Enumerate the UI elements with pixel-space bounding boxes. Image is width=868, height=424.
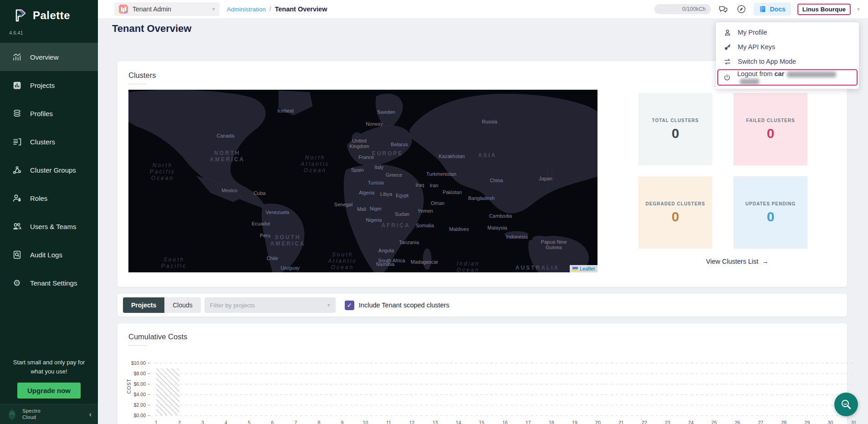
x-tick-label: 23 xyxy=(665,420,670,424)
user-chevron-down-icon[interactable]: ▾ xyxy=(857,6,860,12)
x-tick-label: 22 xyxy=(642,420,647,424)
sidebar-footer: Spectro Cloud ‹ xyxy=(0,404,98,424)
scope-selector[interactable]: Tenant Admin ▾ xyxy=(114,2,220,16)
stat-value: 0 xyxy=(767,126,775,141)
title-divider xyxy=(128,84,147,84)
x-tick-label: 17 xyxy=(526,420,531,424)
title-divider xyxy=(128,345,147,346)
arrow-right-icon: → xyxy=(762,258,769,265)
no-data-hatched-region xyxy=(156,368,179,416)
spectro-cloud-logo-icon xyxy=(6,409,18,420)
y-tick-label: $2.00 xyxy=(122,402,150,408)
ukraine-flag-icon xyxy=(572,267,578,271)
app-logo[interactable]: Palette xyxy=(0,0,98,24)
scope-label: Tenant Admin xyxy=(133,5,208,13)
filter-by-projects-select[interactable]: Filter by projects ▾ xyxy=(204,297,336,313)
x-tick-label: 29 xyxy=(805,420,810,424)
upgrade-now-button[interactable]: Upgrade now xyxy=(17,383,81,398)
filter-bar: ProjectsClouds Filter by projects ▾ ✓ In… xyxy=(117,294,847,317)
menu-item-label: My Profile xyxy=(738,29,767,36)
y-tick-label: $10.00 xyxy=(122,360,150,366)
book-icon xyxy=(759,5,766,13)
stat-label: DEGRADED CLUSTERS xyxy=(639,200,712,207)
x-tick-label: 21 xyxy=(618,420,624,424)
stat-label: UPDATES PENDING xyxy=(739,200,802,207)
view-clusters-list-link[interactable]: View Clusters List→ xyxy=(638,258,836,265)
clusters-icon xyxy=(12,137,22,147)
gridline xyxy=(155,394,855,395)
palette-logo-icon xyxy=(12,7,28,24)
clusters-world-map[interactable]: IcelandCanadaSwedenNorwayUnited KingdomR… xyxy=(128,90,597,272)
menu-item-my-api-keys[interactable]: My API Keys xyxy=(716,40,859,54)
tenant-settings-icon: ⚙ xyxy=(12,278,22,288)
audit-logs-icon xyxy=(12,250,22,260)
tab-clouds[interactable]: Clouds xyxy=(164,297,201,313)
feedback-chat-icon[interactable] xyxy=(717,3,729,15)
scope-tabs: ProjectsClouds xyxy=(123,297,201,313)
redacted-text xyxy=(787,72,836,77)
breadcrumb-administration-link[interactable]: Administration xyxy=(227,6,266,13)
x-tick-label: 19 xyxy=(572,420,577,424)
include-tenant-scoped-checkbox[interactable]: ✓ xyxy=(345,301,354,310)
y-tick-label: $8.00 xyxy=(122,371,150,376)
x-tick-label: 12 xyxy=(409,420,415,424)
menu-item-switch-to-app-mode[interactable]: Switch to App Mode xyxy=(716,54,859,69)
x-tick-label: 31 xyxy=(851,420,857,424)
usage-meter[interactable]: 0/100kCh xyxy=(654,4,711,14)
stat-label: TOTAL CLUSTERS xyxy=(646,117,705,124)
topbar-actions: 0/100kCh Docs Linus Bourque ▾ xyxy=(654,3,868,15)
sidebar-nav: OverviewProjectsProfilesClustersCluster … xyxy=(0,43,98,297)
app-name: Palette xyxy=(33,9,70,22)
support-search-fab[interactable] xyxy=(834,393,858,416)
roles-icon xyxy=(12,193,22,203)
x-tick-label: 28 xyxy=(781,420,787,424)
x-tick-label: 2 xyxy=(178,420,181,424)
breadcrumb: Administration / Tenant Overview xyxy=(227,5,327,13)
gridline xyxy=(155,415,855,416)
stat-value: 0 xyxy=(672,126,679,141)
tenant-admin-icon xyxy=(119,5,128,14)
stat-card-degraded-clusters: DEGRADED CLUSTERS0 xyxy=(638,176,712,249)
x-tick-label: 25 xyxy=(711,420,717,424)
user-icon xyxy=(723,28,731,36)
x-tick-label: 11 xyxy=(386,420,391,424)
sidebar-item-label: Users & Teams xyxy=(30,223,76,230)
user-menu-button[interactable]: Linus Bourque xyxy=(797,4,851,15)
sidebar-item-audit-logs[interactable]: Audit Logs xyxy=(0,240,98,269)
menu-item-logout-fromcar[interactable]: Logout from car xyxy=(718,70,857,85)
stat-card-total-clusters: TOTAL CLUSTERS0 xyxy=(638,93,712,165)
tab-projects[interactable]: Projects xyxy=(123,297,164,313)
leaflet-attribution[interactable]: Leaflet xyxy=(570,265,597,272)
x-tick-label: 9 xyxy=(341,420,343,424)
world-map-landmass xyxy=(128,90,597,272)
sidebar: Palette 4.6.41 OverviewProjectsProfilesC… xyxy=(0,0,98,424)
docs-label: Docs xyxy=(770,5,785,13)
page-title: Tenant Overview xyxy=(112,23,191,35)
breadcrumb-current: Tenant Overview xyxy=(275,5,327,13)
sidebar-item-clusters[interactable]: Clusters xyxy=(0,128,98,156)
checkbox-label: Include Tenant scoped clusters xyxy=(359,301,449,309)
sidebar-item-roles[interactable]: Roles xyxy=(0,184,98,212)
menu-item-label: My API Keys xyxy=(738,43,775,51)
x-tick-label: 13 xyxy=(433,420,438,424)
menu-item-my-profile[interactable]: My Profile xyxy=(716,25,859,40)
sidebar-item-users-teams[interactable]: Users & Teams xyxy=(0,212,98,240)
sidebar-item-label: Overview xyxy=(30,53,59,61)
explore-compass-icon[interactable] xyxy=(735,3,747,15)
sidebar-item-cluster-groups[interactable]: Cluster Groups xyxy=(0,156,98,184)
sidebar-collapse-button[interactable]: ‹ xyxy=(89,410,92,419)
sidebar-item-tenant-settings[interactable]: ⚙Tenant Settings xyxy=(0,269,98,297)
brand-name: Spectro Cloud xyxy=(22,408,41,420)
x-tick-label: 18 xyxy=(549,420,554,424)
x-tick-label: 20 xyxy=(595,420,601,424)
menu-item-label: Switch to App Mode xyxy=(738,58,796,65)
docs-button[interactable]: Docs xyxy=(754,3,791,15)
sidebar-item-projects[interactable]: Projects xyxy=(0,71,98,99)
sidebar-item-label: Roles xyxy=(30,194,47,202)
stat-value: 0 xyxy=(767,209,775,225)
gridline xyxy=(155,384,855,384)
x-tick-label: 7 xyxy=(294,420,297,424)
sidebar-item-overview[interactable]: Overview xyxy=(0,43,98,71)
x-tick-label: 4 xyxy=(225,420,227,424)
sidebar-item-profiles[interactable]: Profiles xyxy=(0,99,98,128)
